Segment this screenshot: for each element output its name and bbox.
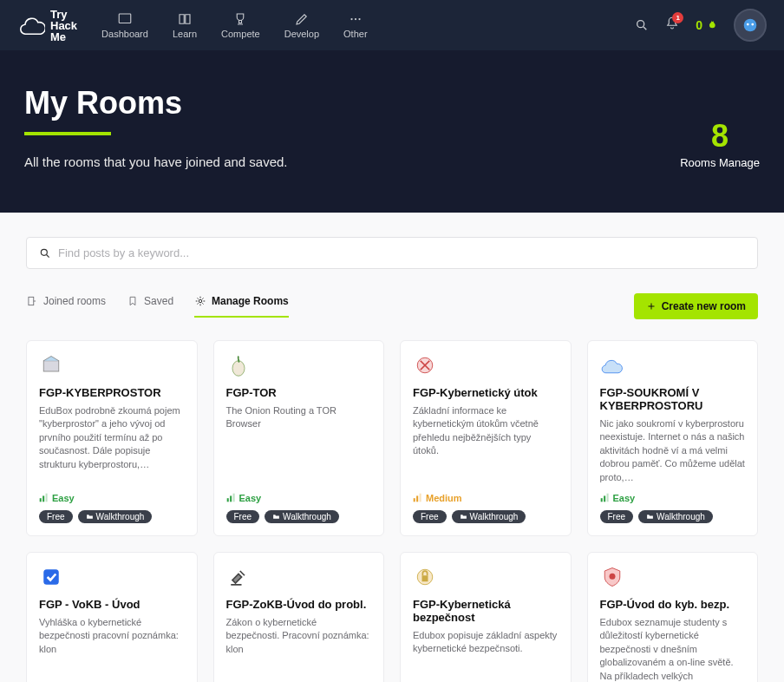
- room-description: EduBox podrobně zkoumá pojem "kyberprost…: [39, 404, 185, 484]
- nav-label: Compete: [221, 29, 260, 39]
- room-title: FGP-ZoKB-Úvod do probl.: [226, 598, 372, 611]
- room-badges: FreeWalkthrough: [39, 510, 185, 523]
- svg-rect-11: [43, 361, 59, 371]
- svg-rect-34: [422, 575, 428, 581]
- room-icon: [413, 353, 437, 377]
- book-icon: [177, 11, 193, 27]
- top-navbar: Try Hack Me Dashboard Learn Compete Deve…: [0, 0, 784, 50]
- svg-point-4: [637, 21, 644, 28]
- nav-develop[interactable]: Develop: [284, 11, 319, 39]
- pencil-icon: [294, 11, 310, 27]
- hero-section: My Rooms All the rooms that you have joi…: [0, 50, 784, 213]
- search-icon: [39, 247, 51, 259]
- avatar[interactable]: [734, 9, 767, 42]
- svg-point-15: [232, 361, 245, 377]
- dots-icon: [348, 11, 363, 27]
- navbar-left: Try Hack Me Dashboard Learn Compete Deve…: [17, 9, 368, 43]
- logo-cloud-icon: [17, 16, 45, 35]
- svg-rect-14: [46, 494, 48, 502]
- badge-free: Free: [413, 510, 447, 523]
- badge-walkthrough: Walkthrough: [265, 510, 339, 523]
- logo[interactable]: Try Hack Me: [17, 9, 77, 43]
- svg-rect-22: [420, 494, 421, 502]
- svg-rect-9: [29, 297, 34, 305]
- svg-rect-24: [604, 496, 605, 502]
- nav-compete[interactable]: Compete: [221, 11, 260, 39]
- svg-point-5: [744, 19, 757, 32]
- room-card[interactable]: FGP - VoKB - Úvod Vyhláška o kybernetick…: [26, 552, 198, 682]
- notif-count: 1: [672, 12, 683, 23]
- logo-line3: Me: [50, 31, 77, 43]
- room-card[interactable]: FGP-ZoKB-Úvod do probl. Zákon o kybernet…: [213, 552, 385, 682]
- tab-saved[interactable]: Saved: [127, 295, 173, 318]
- room-badges: FreeWalkthrough: [413, 510, 559, 523]
- title-underline: [24, 132, 111, 135]
- room-count-label: Rooms Manage: [680, 156, 760, 169]
- room-icon: [413, 565, 437, 589]
- room-card[interactable]: FGP-Kybernetický útok Základní informace…: [400, 340, 572, 536]
- svg-rect-20: [414, 499, 415, 502]
- room-title: FGP-Úvod do kyb. bezp.: [600, 598, 746, 611]
- room-title: FGP-KYBERPROSTOR: [39, 386, 185, 399]
- svg-rect-13: [42, 496, 44, 502]
- room-icon: [39, 353, 63, 377]
- gear-icon: [194, 295, 206, 307]
- search-icon[interactable]: [635, 18, 649, 32]
- room-title: FGP-Kybernetická bezpečnost: [413, 598, 559, 624]
- badge-walkthrough: Walkthrough: [452, 510, 526, 523]
- notifications-button[interactable]: 1: [664, 16, 680, 35]
- tab-joined-rooms[interactable]: Joined rooms: [26, 295, 106, 318]
- svg-rect-21: [416, 496, 418, 502]
- badge-free: Free: [600, 510, 634, 523]
- tab-label: Saved: [144, 295, 173, 307]
- room-description: Zákon o kybernetické bezpečnosti. Pracov…: [226, 616, 372, 682]
- svg-point-10: [199, 299, 202, 303]
- room-card[interactable]: FGP-Kybernetická bezpečnost Edubox popis…: [400, 552, 572, 682]
- svg-rect-0: [119, 14, 131, 23]
- fire-icon: [704, 18, 718, 32]
- badge-walkthrough: Walkthrough: [78, 510, 153, 523]
- dashboard-icon: [117, 11, 133, 27]
- room-card[interactable]: FGP-TOR The Onion Routing a TOR Browser …: [213, 340, 385, 536]
- badge-free: Free: [226, 510, 260, 523]
- svg-rect-26: [43, 569, 59, 585]
- trophy-icon: [232, 11, 248, 27]
- nav-dashboard[interactable]: Dashboard: [101, 11, 148, 39]
- svg-rect-16: [226, 499, 228, 502]
- create-btn-label: Create new room: [662, 300, 746, 312]
- nav-other[interactable]: Other: [343, 11, 368, 39]
- room-card[interactable]: FGP-SOUKROMÍ V KYBERPROSTORU Nic jako so…: [587, 340, 759, 536]
- room-count: 8: [680, 118, 760, 154]
- svg-point-1: [350, 18, 352, 20]
- svg-rect-23: [600, 499, 602, 502]
- room-title: FGP-SOUKROMÍ V KYBERPROSTORU: [600, 386, 746, 412]
- streak-counter[interactable]: 0: [696, 18, 718, 32]
- room-difficulty: Easy: [226, 493, 372, 503]
- search-bar[interactable]: [26, 237, 758, 269]
- tab-manage-rooms[interactable]: Manage Rooms: [194, 295, 289, 318]
- room-description: Edubox seznamuje studenty s důležitostí …: [600, 616, 746, 682]
- room-badges: FreeWalkthrough: [226, 510, 372, 523]
- room-card[interactable]: FGP-KYBERPROSTOR EduBox podrobně zkoumá …: [26, 340, 198, 536]
- room-description: Nic jako soukromí v kyberprostoru neexis…: [600, 417, 746, 484]
- nav-learn[interactable]: Learn: [173, 11, 197, 39]
- room-title: FGP-TOR: [226, 386, 372, 399]
- svg-rect-17: [230, 496, 232, 502]
- nav-label: Learn: [173, 29, 197, 39]
- search-input[interactable]: [58, 246, 745, 259]
- navbar-right: 1 0: [635, 9, 767, 42]
- room-description: The Onion Routing a TOR Browser: [226, 404, 372, 484]
- room-difficulty: Medium: [413, 493, 559, 503]
- nav-label: Other: [343, 29, 368, 39]
- svg-rect-12: [40, 499, 42, 502]
- page-subtitle: All the rooms that you have joined and s…: [24, 154, 288, 169]
- create-room-button[interactable]: Create new room: [634, 293, 758, 319]
- room-icon: [226, 565, 251, 589]
- logo-line1: Try: [50, 9, 77, 20]
- room-description: Vyhláška o kybernetické bezpečnosti prac…: [39, 616, 185, 682]
- room-icon: [600, 565, 624, 589]
- room-card[interactable]: FGP-Úvod do kyb. bezp. Edubox seznamuje …: [587, 552, 759, 682]
- door-icon: [26, 295, 38, 307]
- avatar-robot-icon: [741, 16, 760, 35]
- svg-rect-18: [232, 494, 234, 502]
